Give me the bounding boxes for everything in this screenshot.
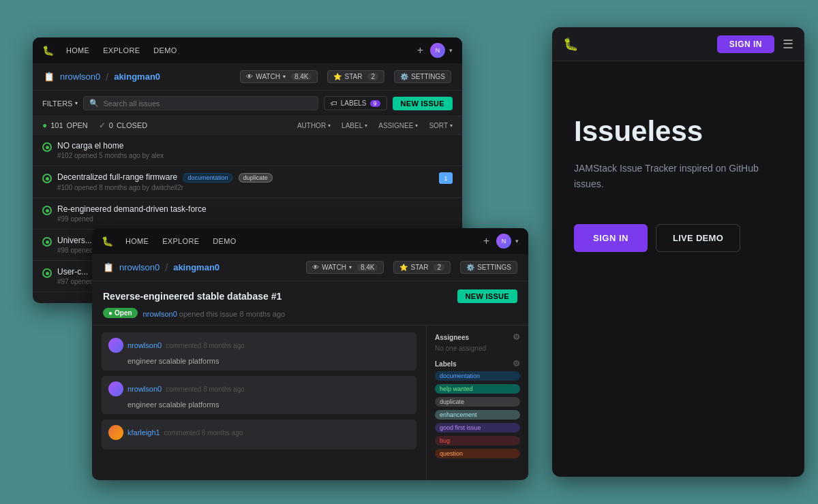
label-filter[interactable]: LABEL ▾ xyxy=(342,122,367,129)
chip-question[interactable]: question xyxy=(435,449,520,458)
issue-open-icon-2 xyxy=(42,206,52,215)
labels-count: 9 xyxy=(370,100,380,107)
navbar-1: 🐛 HOME EXPLORE DEMO + N ▾ xyxy=(33,37,462,63)
closed-check-icon: ✓ xyxy=(99,121,106,130)
watch-button-2[interactable]: 👁 WATCH ▾ 8.4K xyxy=(306,261,384,274)
star-icon-2: ⭐ xyxy=(399,264,408,271)
issue-row-1[interactable]: Decentralized full-range firmware docume… xyxy=(33,166,462,198)
sort-filter[interactable]: SORT ▾ xyxy=(429,122,453,129)
comment-avatar-0 xyxy=(108,338,123,353)
open-status-badge: ● Open xyxy=(103,308,138,318)
star-button-2[interactable]: ⭐ STAR 2 xyxy=(393,261,451,274)
filters-button[interactable]: FILTERS ▾ xyxy=(42,99,78,108)
settings-button-1[interactable]: ⚙️ SETTINGS xyxy=(394,70,451,83)
star-button-1[interactable]: ⭐ STAR 2 xyxy=(327,70,384,83)
comment-body-1: engineer scalable platforms xyxy=(108,400,410,409)
issue-title-2: Re-engineered demand-driven task-force xyxy=(57,204,453,214)
assignee-filter[interactable]: ASSIGNEE ▾ xyxy=(378,122,418,129)
star-icon-1: ⭐ xyxy=(333,73,342,80)
author-chevron: ▾ xyxy=(328,123,331,129)
issue-open-icon-0 xyxy=(42,142,52,152)
landing-actions: SIGN IN LIVE DEMO xyxy=(574,224,783,252)
navbar-plus-1[interactable]: + xyxy=(413,44,427,57)
repo-owner-2[interactable]: nrowlson0 xyxy=(119,262,160,272)
new-issue-button-1[interactable]: NEW ISSUE xyxy=(393,97,453,110)
chip-help-wanted[interactable]: help wanted xyxy=(435,384,520,394)
landing-signin-button[interactable]: SIGN IN xyxy=(574,224,648,252)
nav-explore-2[interactable]: EXPLORE xyxy=(157,234,204,248)
avatar-chevron-2[interactable]: ▾ xyxy=(515,238,519,245)
eye-icon-1: 👁 xyxy=(246,73,253,80)
assignee-chevron: ▾ xyxy=(415,123,418,129)
chip-bug[interactable]: bug xyxy=(435,436,520,445)
navbar-avatar-1[interactable]: N xyxy=(430,43,445,58)
comment-body-0: engineer scalable platforms xyxy=(108,357,410,365)
settings-button-2[interactable]: ⚙️ SETTINGS xyxy=(460,261,517,274)
star-count-1: 2 xyxy=(367,73,378,80)
comment-avatar-1 xyxy=(108,381,123,396)
new-issue-button-2[interactable]: NEW ISSUE xyxy=(457,289,517,303)
comment-0: nrowlson0 commented 8 months ago enginee… xyxy=(102,332,416,371)
landing-navbar-signin-button[interactable]: SIGN IN xyxy=(717,35,774,53)
comment-count-bubble: 1 xyxy=(439,172,453,184)
issue-detail-title: Reverse-engineered stable database #1 xyxy=(103,291,282,302)
chip-enhancement[interactable]: enhancement xyxy=(435,410,520,420)
nav-demo-2[interactable]: DEMO xyxy=(207,234,241,248)
landing-demo-button[interactable]: LIVE DEMO xyxy=(656,224,740,252)
issue-row-2[interactable]: Re-engineered demand-driven task-force #… xyxy=(33,198,462,230)
issue-meta-2: #99 opened xyxy=(57,215,453,223)
nav-home-2[interactable]: HOME xyxy=(120,234,154,248)
avatar-chevron-1[interactable]: ▾ xyxy=(449,47,453,54)
watch-count-1: 8.4K xyxy=(291,73,312,80)
labels-gear-icon[interactable]: ⚙ xyxy=(513,359,520,368)
issue-open-icon-3 xyxy=(42,237,52,247)
closed-issues-stat[interactable]: ✓ 0 CLOSED xyxy=(99,121,147,130)
label-duplicate-chip[interactable]: duplicate xyxy=(239,173,273,183)
settings-icon-1: ⚙️ xyxy=(400,73,408,80)
nav-demo-1[interactable]: DEMO xyxy=(148,44,182,57)
nav-home-1[interactable]: HOME xyxy=(61,44,95,57)
comment-time-2: commented 8 months ago xyxy=(164,429,243,437)
issue-meta-0: #102 opened 5 months ago by alex xyxy=(57,152,453,159)
label-chevron: ▾ xyxy=(365,123,367,129)
chip-documentation[interactable]: documentation xyxy=(435,371,520,381)
issue-meta-1: #100 opened 8 months ago by dwitchell2r xyxy=(57,184,434,191)
search-input[interactable] xyxy=(103,99,312,108)
landing-content: Issueless JAMStack Issue Tracker inspire… xyxy=(552,61,804,279)
assignees-empty: No one assigned xyxy=(435,345,520,352)
repo-book-icon-2: 📋 xyxy=(103,262,114,272)
comment-user-0: nrowlson0 xyxy=(127,341,162,349)
comment-2: kfarleigh1 commented 8 months ago xyxy=(102,420,416,450)
open-circle-icon: ● xyxy=(42,121,47,130)
open-issues-stat[interactable]: ● 101 OPEN xyxy=(42,121,88,130)
label-documentation-chip[interactable]: documentation xyxy=(183,173,232,183)
filters-chevron: ▾ xyxy=(75,100,78,106)
repo-book-icon-1: 📋 xyxy=(44,72,55,82)
labels-chips: documentation help wanted duplicate enha… xyxy=(435,371,520,460)
repo-name-1[interactable]: akingman0 xyxy=(114,72,160,82)
navbar-avatar-2[interactable]: N xyxy=(496,234,511,249)
repo-header-2: 📋 nrowlson0 / akingman0 👁 WATCH ▾ 8.4K ⭐… xyxy=(92,254,528,281)
comment-time-1: commented 8 months ago xyxy=(166,385,245,393)
watch-button-1[interactable]: 👁 WATCH ▾ 8.4K xyxy=(240,70,318,83)
comment-user-2: kfarleigh1 xyxy=(127,428,160,437)
issue-open-icon-1 xyxy=(42,174,52,183)
labels-button[interactable]: 🏷 LABELS 9 xyxy=(324,96,387,110)
open-dot-icon: ● xyxy=(108,309,112,317)
chip-good-first-issue[interactable]: good first issue xyxy=(435,423,520,432)
repo-name-2[interactable]: akingman0 xyxy=(173,262,219,272)
chip-duplicate[interactable]: duplicate xyxy=(435,397,520,407)
repo-owner-1[interactable]: nrowlson0 xyxy=(60,72,100,82)
landing-subtitle: JAMStack Issue Tracker inspired on GitHu… xyxy=(574,161,783,191)
issue-opened-meta: nrowlson0 opened this issue 8 months ago xyxy=(143,310,286,318)
author-filter[interactable]: AUTHOR ▾ xyxy=(297,122,331,129)
sort-chevron: ▾ xyxy=(450,123,453,129)
issue-row-0[interactable]: NO carga el home #102 opened 5 months ag… xyxy=(33,135,462,166)
navbar-plus-2[interactable]: + xyxy=(479,235,494,247)
assignees-gear-icon[interactable]: ⚙ xyxy=(513,332,520,342)
issue-detail-sidebar: Assignees ⚙ No one assigned Labels ⚙ doc… xyxy=(426,326,528,480)
nav-explore-1[interactable]: EXPLORE xyxy=(97,44,145,57)
issue-detail-body: nrowlson0 commented 8 months ago enginee… xyxy=(92,326,528,480)
issues-toolbar-1: FILTERS ▾ 🔍 🏷 LABELS 9 NEW ISSUE xyxy=(33,91,462,116)
landing-menu-button[interactable]: ☰ xyxy=(783,38,793,50)
